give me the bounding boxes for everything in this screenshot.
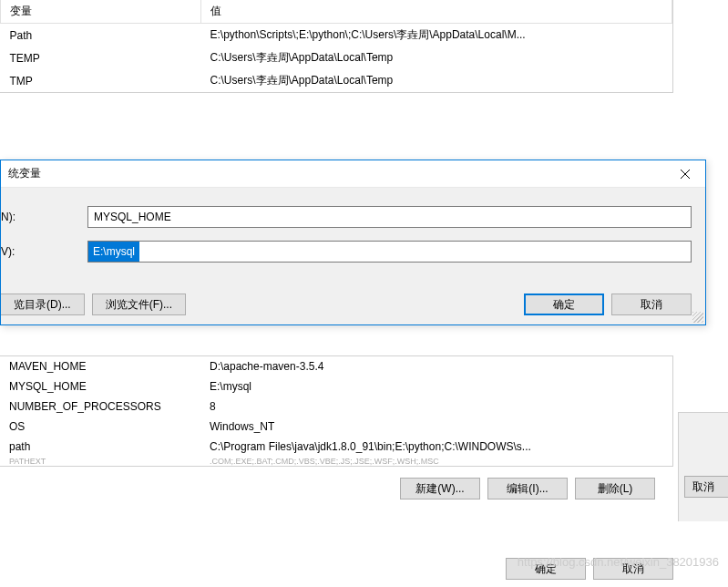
table-row[interactable]: TMP C:\Users\李垚周\AppData\Local\Temp bbox=[1, 69, 672, 92]
table-row[interactable]: MAVEN_HOME D:\apache-maven-3.5.4 bbox=[0, 356, 673, 377]
edit-button[interactable]: 编辑(I)... bbox=[487, 478, 568, 499]
system-variables-table: MAVEN_HOME D:\apache-maven-3.5.4 MYSQL_H… bbox=[0, 355, 673, 467]
variable-value-label: V): bbox=[1, 245, 87, 258]
cell-value: C:\Program Files\java\jdk1.8.0_91\bin;E:… bbox=[200, 437, 673, 457]
spacer bbox=[193, 294, 517, 315]
dialog-button-row: 览目录(D)... 浏览文件(F)... 确定 取消 bbox=[1, 286, 705, 324]
ok-button[interactable]: 确定 bbox=[524, 294, 604, 315]
cell-value: E:\mysql bbox=[200, 376, 673, 396]
cell-variable: Path bbox=[1, 24, 201, 47]
resize-grip[interactable] bbox=[692, 312, 703, 323]
user-variables-table: 变量 值 Path E:\python\Scripts\;E:\python\;… bbox=[0, 0, 672, 92]
variable-name-label: N): bbox=[1, 211, 87, 223]
env-ok-button[interactable]: 确定 bbox=[506, 558, 586, 580]
cell-variable: OS bbox=[0, 417, 200, 437]
cancel-button[interactable]: 取消 bbox=[611, 294, 692, 315]
delete-button[interactable]: 删除(L) bbox=[575, 478, 655, 499]
table-row[interactable]: MYSQL_HOME E:\mysql bbox=[0, 376, 673, 396]
outer-cancel-button[interactable]: 取消 bbox=[684, 476, 728, 498]
cell-variable: MYSQL_HOME bbox=[0, 376, 200, 396]
edit-variable-dialog: 统变量 N): V): E:\mysql 览目录(D)... 浏览文件(F)..… bbox=[0, 160, 706, 325]
table-row[interactable]: OS Windows_NT bbox=[0, 417, 673, 437]
table-row[interactable]: PATHEXT .COM;.EXE;.BAT;.CMD;.VBS;.VBE;.J… bbox=[0, 457, 673, 467]
variable-value-row: V): E:\mysql bbox=[1, 241, 692, 263]
variable-value-input[interactable] bbox=[87, 241, 692, 263]
table-row[interactable]: Path E:\python\Scripts\;E:\python\;C:\Us… bbox=[1, 24, 672, 47]
dialog-titlebar[interactable]: 统变量 bbox=[1, 160, 705, 188]
column-header-value[interactable]: 值 bbox=[201, 0, 672, 24]
cell-value: 8 bbox=[200, 396, 673, 417]
browse-directory-button[interactable]: 览目录(D)... bbox=[1, 294, 85, 315]
dialog-body: N): V): E:\mysql bbox=[1, 188, 705, 286]
table-row[interactable]: NUMBER_OF_PROCESSORS 8 bbox=[0, 396, 673, 417]
variable-name-input[interactable] bbox=[87, 206, 692, 228]
dialog-title: 统变量 bbox=[8, 166, 41, 181]
cell-value: Windows_NT bbox=[200, 417, 673, 437]
column-header-variable[interactable]: 变量 bbox=[1, 0, 201, 24]
system-variables-panel: MAVEN_HOME D:\apache-maven-3.5.4 MYSQL_H… bbox=[0, 355, 673, 499]
system-variables-button-row: 新建(W)... 编辑(I)... 删除(L) bbox=[0, 467, 673, 499]
cell-variable: TMP bbox=[1, 69, 201, 92]
table-row[interactable]: path C:\Program Files\java\jdk1.8.0_91\b… bbox=[0, 437, 673, 457]
env-dialog-button-row: 确定 取消 bbox=[506, 558, 673, 580]
close-icon bbox=[681, 170, 690, 179]
cell-value: D:\apache-maven-3.5.4 bbox=[200, 356, 673, 377]
right-panel-edge bbox=[678, 412, 728, 521]
cell-variable: MAVEN_HOME bbox=[0, 356, 200, 377]
env-cancel-button[interactable]: 取消 bbox=[593, 558, 673, 580]
cell-value: C:\Users\李垚周\AppData\Local\Temp bbox=[201, 69, 672, 92]
cell-variable: TEMP bbox=[1, 46, 201, 69]
browse-file-button[interactable]: 浏览文件(F)... bbox=[92, 294, 186, 315]
close-button[interactable] bbox=[664, 160, 705, 188]
cell-value: E:\python\Scripts\;E:\python\;C:\Users\李… bbox=[201, 24, 672, 47]
user-variables-panel: 变量 值 Path E:\python\Scripts\;E:\python\;… bbox=[0, 0, 673, 93]
cell-variable: path bbox=[0, 437, 200, 457]
variable-name-row: N): bbox=[1, 206, 692, 228]
table-row[interactable]: TEMP C:\Users\李垚周\AppData\Local\Temp bbox=[1, 46, 672, 69]
cell-variable: NUMBER_OF_PROCESSORS bbox=[0, 396, 200, 417]
new-button[interactable]: 新建(W)... bbox=[400, 478, 480, 499]
cell-value: .COM;.EXE;.BAT;.CMD;.VBS;.VBE;.JS;.JSE;.… bbox=[200, 457, 673, 467]
cell-value: C:\Users\李垚周\AppData\Local\Temp bbox=[201, 46, 672, 69]
cell-variable: PATHEXT bbox=[0, 457, 200, 467]
